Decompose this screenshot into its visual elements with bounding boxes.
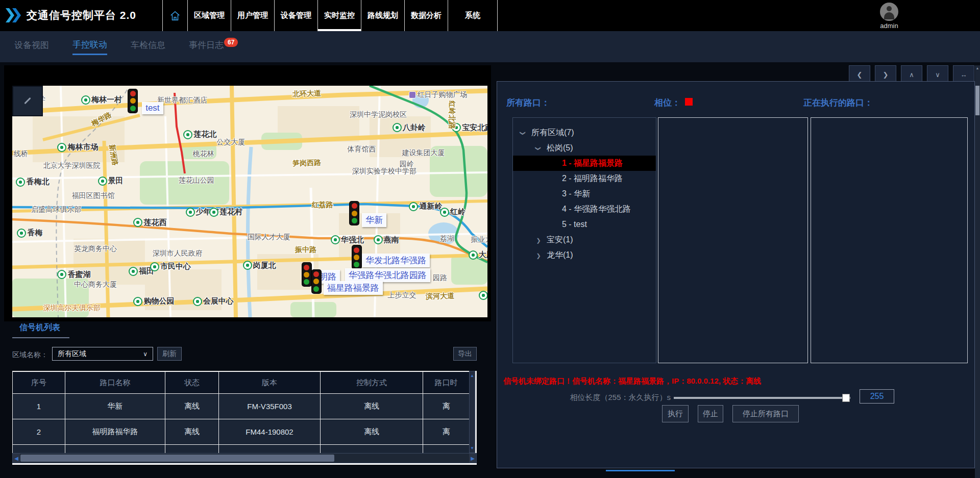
- tree-node-2 - 福明路福华路[interactable]: 2 - 福明路福华路: [513, 171, 656, 186]
- tree-node-所有区域(7)[interactable]: ❯所有区域(7): [513, 125, 656, 140]
- map-station-莲花村: 莲花村: [209, 207, 242, 217]
- metro-icon: [98, 177, 107, 186]
- tree-node-4 - 华强路华强北路[interactable]: 4 - 华强路华强北路: [513, 202, 656, 217]
- map-draw-tool-button[interactable]: [12, 86, 43, 116]
- manual-control-panel: 所有路口： 相位： 正在执行的路口： ❯所有区域(7)❯松岗(5)1 - 福星路…: [497, 81, 975, 468]
- user-name: admin: [873, 22, 905, 30]
- tree-node-3 - 华新[interactable]: 3 - 华新: [513, 186, 656, 202]
- table-horizontal-scrollbar[interactable]: ◀ ▶: [12, 453, 477, 463]
- refresh-button[interactable]: 刷新: [157, 347, 182, 361]
- region-filter-label: 区域名称：: [12, 350, 48, 360]
- signal-list-title-underline: [12, 337, 69, 338]
- place-name: 桃花林: [193, 149, 214, 159]
- nav-item-用户管理[interactable]: 用户管理: [231, 0, 274, 31]
- traffic-light-icon[interactable]: [302, 263, 311, 286]
- station-name: 购物公园: [143, 296, 174, 306]
- tree-node-1 - 福星路福景路[interactable]: 1 - 福星路福景路: [513, 156, 656, 171]
- traffic-light-icon[interactable]: [350, 202, 359, 225]
- map-place-振业大厦: 振业大厦: [471, 235, 487, 244]
- map-road-笋岗西路: 笋岗西路: [292, 158, 322, 168]
- tree-node-龙华(1)[interactable]: ❯龙华(1): [513, 247, 656, 263]
- signal-label-华强路华强北路园路[interactable]: 华强路华强北路园路: [345, 268, 430, 282]
- table-cell: 2: [13, 419, 65, 445]
- tab-设备视图[interactable]: 设备视图: [14, 39, 49, 54]
- nav-item-实时监控[interactable]: 实时监控: [317, 0, 361, 31]
- signal-label-华发北路华强路[interactable]: 华发北路华强路: [362, 254, 430, 267]
- phase-list-box[interactable]: [658, 117, 808, 363]
- scroll-up-icon[interactable]: ▲: [470, 373, 475, 378]
- chevron-right-icon[interactable]: ❯: [534, 248, 543, 263]
- stop-button[interactable]: 停止: [698, 405, 723, 422]
- traffic-light-icon[interactable]: [312, 270, 321, 293]
- table-row[interactable]: 3福星路福景路离线未知离线离: [13, 445, 470, 454]
- chevron-down-icon[interactable]: ❯: [516, 129, 531, 137]
- map-place-启盛高球俱乐部: 启盛高球俱乐部: [31, 205, 81, 214]
- export-button[interactable]: 导出: [453, 347, 477, 361]
- scrollbar-up-icon[interactable]: ▲: [975, 66, 980, 70]
- table-cell: FM44-190802: [219, 419, 321, 445]
- tab-手控联动[interactable]: 手控联动: [72, 39, 107, 55]
- red-light: [313, 271, 319, 277]
- signal-label-华新[interactable]: 华新: [362, 213, 386, 227]
- map-station-香蜜湖: 香蜜湖: [57, 270, 90, 280]
- map-road-振中路: 振中路: [295, 245, 316, 255]
- map-canvas[interactable]: 梅林一村梅林市场莲花北八卦岭宝安北路莲花西少年宫莲花村通新岭红岭华强北燕南景田香…: [12, 86, 487, 317]
- map-place-北京大学深圳医院: 北京大学深圳医院: [43, 161, 101, 170]
- user-menu[interactable]: admin: [873, 3, 905, 30]
- home-button[interactable]: [162, 0, 187, 31]
- table-col-状态: 状态: [165, 372, 219, 394]
- chevron-right-icon[interactable]: ❯: [534, 233, 543, 248]
- scroll-down-icon[interactable]: ▼: [470, 446, 475, 450]
- metro-icon: [409, 202, 418, 211]
- tab-事件日志[interactable]: 事件日志67: [189, 39, 238, 54]
- map-place-国际人才大厦: 国际人才大厦: [248, 233, 290, 242]
- phase-duration-slider[interactable]: [674, 397, 850, 399]
- station-name: 香蜜湖: [67, 270, 90, 280]
- table-vertical-scrollbar[interactable]: ▲ ▼: [469, 371, 475, 453]
- tree-node-label: 5 - test: [562, 220, 587, 229]
- station-name: 梅林市场: [67, 142, 98, 152]
- tree-node-label: 4 - 华强路华强北路: [562, 205, 631, 213]
- table-row[interactable]: 2福明路福华路离线FM44-190802离线离: [13, 419, 470, 445]
- map-place-深圳市人民政府: 深圳市人民政府: [153, 249, 203, 258]
- tree-node-松岗(5)[interactable]: ❯松岗(5): [513, 140, 656, 156]
- phase-duration-input[interactable]: [860, 389, 894, 404]
- tree-node-label: 宝安(1): [547, 235, 573, 244]
- map-station-华强北: 华强北: [331, 235, 364, 245]
- map-station-莲花北: 莲花北: [183, 130, 216, 139]
- signal-label-福星路福景路[interactable]: 福星路福景路: [324, 281, 383, 295]
- logo-chevrons-icon: [5, 8, 22, 23]
- window-scrollbar[interactable]: ▲: [975, 65, 980, 478]
- table-row[interactable]: 1华新离线FM-V35F003离线离: [13, 394, 470, 419]
- table-cell: 3: [13, 445, 65, 454]
- chevron-down-icon[interactable]: ❯: [531, 144, 546, 153]
- slider-thumb[interactable]: [842, 394, 850, 402]
- hscroll-thumb[interactable]: [20, 455, 334, 462]
- executing-list-box[interactable]: [811, 117, 968, 363]
- tree-node-5 - test[interactable]: 5 - test: [513, 217, 656, 232]
- metro-icon: [393, 123, 402, 132]
- traffic-light-icon[interactable]: [352, 245, 361, 269]
- table-col-序号: 序号: [13, 372, 65, 394]
- nav-item-设备管理[interactable]: 设备管理: [274, 0, 317, 31]
- nav-item-数据分析[interactable]: 数据分析: [404, 0, 448, 31]
- stop-all-button[interactable]: 停止所有路口: [732, 405, 799, 422]
- execute-button[interactable]: 执行: [662, 405, 689, 422]
- scroll-left-icon[interactable]: ◀: [13, 454, 20, 463]
- scroll-right-icon[interactable]: ▶: [469, 454, 476, 463]
- signal-label-test[interactable]: test: [142, 102, 163, 114]
- scrollbar-thumb[interactable]: [975, 86, 979, 115]
- nav-item-路线规划[interactable]: 路线规划: [361, 0, 404, 31]
- tab-车检信息[interactable]: 车检信息: [131, 39, 165, 54]
- map-station-大剧院: 大剧院: [469, 250, 487, 260]
- tree-node-宝安(1)[interactable]: ❯宝安(1): [513, 232, 656, 247]
- nav-item-区域管理[interactable]: 区域管理: [187, 0, 231, 31]
- executing-intersections-label: 正在执行的路口：: [803, 97, 873, 109]
- traffic-light-icon[interactable]: [128, 89, 137, 113]
- region-select[interactable]: 所有区域 ∨: [52, 347, 153, 361]
- place-name: 线桥: [14, 149, 28, 159]
- metro-icon: [209, 208, 218, 217]
- map-station-莲花西: 莲花西: [133, 218, 166, 228]
- map-place-英龙商务中心: 英龙商务中心: [74, 244, 117, 254]
- nav-item-系统[interactable]: 系统: [448, 0, 498, 31]
